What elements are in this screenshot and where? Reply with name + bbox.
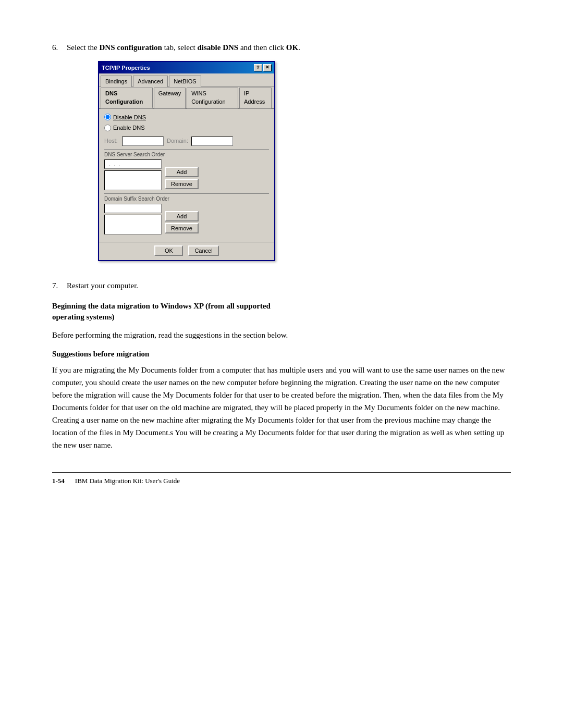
- dialog-title: TCP/IP Properties: [102, 64, 150, 72]
- domain-suffix-left: [104, 204, 162, 235]
- tab-dns-configuration[interactable]: DNS Configuration: [101, 88, 153, 108]
- step-7-number: 7.: [52, 280, 62, 292]
- ok-button[interactable]: OK: [154, 245, 183, 256]
- dns-ip-input[interactable]: . . .: [104, 159, 162, 169]
- step-6-text: Select the DNS configuration tab, select…: [67, 42, 511, 54]
- domain-input[interactable]: [191, 137, 233, 146]
- section-heading: Beginning the data migration to Windows …: [52, 301, 511, 323]
- domain-suffix-right: Add Remove: [165, 211, 199, 233]
- dns-server-section: . . . Add Remove: [104, 159, 269, 190]
- section-heading-line1: Beginning the data migration to Windows …: [52, 302, 271, 310]
- disable-dns-bold: disable DNS: [197, 43, 238, 52]
- tabs-row2: DNS Configuration Gateway WINS Configura…: [99, 87, 274, 109]
- tabs-row1: Bindings Advanced NetBIOS: [99, 73, 274, 87]
- domain-suffix-section-label: Domain Suffix Search Order: [104, 193, 269, 203]
- before-performing: Before performing the migration, read th…: [52, 329, 511, 341]
- disable-dns-radio[interactable]: [104, 114, 111, 120]
- tab-bindings[interactable]: Bindings: [101, 76, 132, 87]
- domain-remove-button[interactable]: Remove: [165, 223, 199, 233]
- help-button[interactable]: ?: [254, 64, 262, 71]
- body-paragraph: If you are migrating the My Documents fo…: [52, 364, 511, 451]
- step-6-number: 6.: [52, 42, 62, 270]
- disable-dns-row: Disable DNS: [104, 113, 269, 122]
- host-input[interactable]: [122, 137, 164, 146]
- tab-ip-address[interactable]: IP Address: [239, 88, 272, 108]
- titlebar-buttons: ? ✕: [254, 64, 272, 71]
- domain-label: Domain:: [167, 137, 188, 145]
- domain-suffix-section: Add Remove: [104, 204, 269, 235]
- tcpip-dialog: TCP/IP Properties ? ✕ Bindings Advanced …: [98, 61, 275, 261]
- tab-wins-configuration[interactable]: WINS Configuration: [187, 88, 238, 108]
- domain-add-button[interactable]: Add: [165, 211, 199, 221]
- footer-title: IBM Data Migration Kit: User's Guide: [75, 477, 180, 485]
- host-label: Host:: [104, 137, 119, 145]
- dns-server-section-label: DNS Server Search Order: [104, 149, 269, 158]
- dns-remove-button[interactable]: Remove: [165, 179, 199, 189]
- dialog-footer: OK Cancel: [99, 242, 274, 260]
- dns-server-left: . . .: [104, 159, 162, 190]
- dns-server-right: Add Remove: [165, 167, 199, 189]
- step-7-text: Restart your computer.: [67, 280, 511, 292]
- tab-advanced[interactable]: Advanced: [133, 76, 168, 87]
- dns-config-bold: DNS configuration: [99, 43, 162, 52]
- enable-dns-radio[interactable]: [104, 125, 111, 131]
- domain-suffix-listbox[interactable]: [104, 215, 162, 235]
- suggestions-heading: Suggestions before migration: [52, 350, 511, 359]
- domain-suffix-input[interactable]: [104, 204, 162, 213]
- enable-dns-label: Enable DNS: [113, 124, 145, 132]
- dialog-wrapper: TCP/IP Properties ? ✕ Bindings Advanced …: [98, 61, 511, 261]
- close-button[interactable]: ✕: [263, 64, 272, 71]
- tab-netbios[interactable]: NetBIOS: [169, 76, 201, 87]
- host-domain-row: Host: Domain:: [104, 137, 269, 146]
- step-7: 7. Restart your computer.: [52, 280, 511, 292]
- step-6: 6. Select the DNS configuration tab, sel…: [52, 42, 511, 270]
- enable-dns-row: Enable DNS: [104, 124, 269, 132]
- ok-bold: OK: [286, 43, 298, 52]
- page-number: 1-54: [52, 477, 65, 485]
- tab-gateway[interactable]: Gateway: [154, 88, 186, 108]
- disable-dns-label: Disable DNS: [113, 113, 146, 122]
- dns-add-button[interactable]: Add: [165, 167, 199, 177]
- dns-server-listbox[interactable]: [104, 170, 162, 190]
- page-footer: 1-54 IBM Data Migration Kit: User's Guid…: [52, 472, 511, 485]
- dialog-content: Disable DNS Enable DNS Host: Domain:: [99, 109, 274, 242]
- cancel-button[interactable]: Cancel: [188, 245, 218, 256]
- section-heading-line2: operating systems): [52, 313, 115, 321]
- dialog-titlebar: TCP/IP Properties ? ✕: [99, 62, 274, 74]
